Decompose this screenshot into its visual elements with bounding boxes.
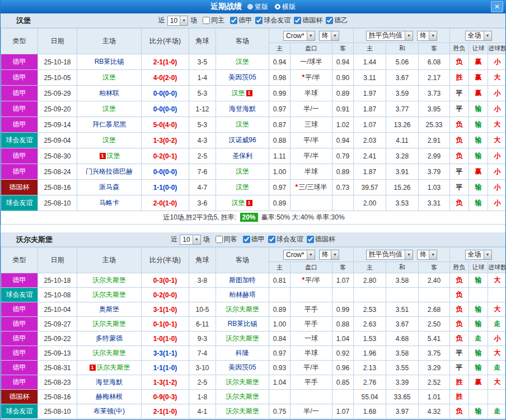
avg-home-cell: 2.76 bbox=[354, 375, 386, 390]
league-checkbox[interactable]: 德国杯 bbox=[294, 16, 322, 25]
checkbox-input[interactable] bbox=[294, 17, 301, 24]
away-team-cell: 沃尔夫斯堡 bbox=[216, 375, 269, 390]
away-team-name: 海登海默 bbox=[229, 105, 256, 113]
avg-home-cell: 2.63 bbox=[354, 317, 386, 332]
handicap-result-cell: 输 bbox=[469, 180, 488, 195]
match-type-cell: 德甲 bbox=[1, 346, 38, 361]
match-row: 德甲25-08-311沃尔夫斯堡1-1(1-0)3-10美因茨050.93平/半… bbox=[1, 361, 506, 375]
odds-home-cell: 1.00 bbox=[269, 164, 291, 180]
score-cell: 0-0(0-0) bbox=[142, 101, 189, 117]
avg-group-header: 胜平负均值▼ 终▼ bbox=[354, 29, 450, 43]
avg-away-cell: 2.99 bbox=[419, 148, 450, 164]
match-type-cell: 德甲 bbox=[1, 117, 38, 133]
scope-select[interactable]: 全场▼ bbox=[465, 31, 492, 41]
checkbox-input[interactable] bbox=[215, 236, 223, 243]
layout-option-horizontal[interactable]: 横版 bbox=[275, 2, 296, 12]
goals-result-cell: 大 bbox=[488, 117, 506, 133]
handicap-result-cell: 赢 bbox=[469, 86, 488, 101]
summary-cell: 近10场,胜2平3负5, 胜率: 20% 赢率:50% 大:40% 单率:30% bbox=[1, 211, 506, 225]
select-value: Crow* bbox=[286, 251, 304, 259]
away-team-cell: 柏林赫塔 bbox=[216, 288, 269, 302]
odds-home-cell: 0.97 bbox=[269, 346, 291, 361]
avg-draw-cell: 3.58 bbox=[386, 273, 419, 288]
home-team-name: 沃尔夫斯堡 bbox=[92, 349, 126, 357]
scope-group-header: 全场▼ bbox=[450, 248, 506, 262]
goals-result-cell: 小 bbox=[488, 180, 506, 195]
goals-result-cell: 小 bbox=[488, 148, 506, 164]
handicap-result-cell: 输 bbox=[469, 404, 488, 419]
col-header-score: 比分(半场) bbox=[142, 29, 189, 54]
handicap-line-cell: 平/半 bbox=[291, 148, 332, 164]
close-button[interactable]: ✕ bbox=[491, 1, 503, 12]
league-checkbox[interactable]: 德甲 bbox=[243, 235, 265, 244]
avg-type-select[interactable]: 胜平负均值▼ bbox=[366, 31, 413, 41]
score-cell: 2-0(1-0) bbox=[142, 195, 189, 211]
away-team-cell: 汉堡 bbox=[216, 117, 269, 133]
dialog-title: 近期战绩 bbox=[210, 2, 242, 12]
league-checkbox[interactable]: 球会友谊 bbox=[268, 235, 303, 244]
match-count-select[interactable]: 10▼ bbox=[180, 235, 200, 245]
match-type-cell: 德甲 bbox=[1, 332, 38, 346]
layout-option-vertical[interactable]: 竖版 bbox=[247, 2, 268, 12]
handicap-line-cell: 半球 bbox=[291, 86, 332, 101]
odds-home-cell bbox=[269, 390, 291, 404]
match-row: 德甲25-08-301汉堡0-2(0-1)2-5圣保利1.11平/半0.792.… bbox=[1, 148, 506, 164]
score-cell: 0-2(0-1) bbox=[142, 148, 189, 164]
score-cell: 0-2(0-0) bbox=[142, 288, 189, 302]
odds-stage-select[interactable]: 终▼ bbox=[319, 250, 339, 260]
checkbox-input[interactable] bbox=[203, 17, 210, 24]
select-value: 胜平负均值 bbox=[369, 250, 402, 259]
result-cell: 负 bbox=[450, 133, 469, 148]
match-row: 德甲25-09-27沃尔夫斯堡0-1(0-1)6-11RB莱比锡1.00平手0.… bbox=[1, 317, 506, 332]
checkbox-input[interactable] bbox=[255, 17, 263, 24]
corners-cell: 6-11 bbox=[189, 317, 216, 332]
select-value: 终 bbox=[322, 31, 329, 40]
checkbox-input[interactable] bbox=[307, 236, 314, 243]
odds-away-cell: 0.73 bbox=[332, 180, 354, 195]
sub-col-header: 胜负 bbox=[450, 43, 469, 54]
checkbox-input[interactable] bbox=[326, 17, 333, 24]
avg-group-header: 胜平负均值▼ 终▼ bbox=[354, 248, 450, 262]
result-cell: 负 bbox=[450, 332, 469, 346]
handicap-result-cell: 输 bbox=[469, 317, 488, 332]
home-team-name: 汉堡 bbox=[102, 73, 116, 81]
checkbox-label: 德甲 bbox=[251, 235, 265, 244]
red-card-badge: 1 bbox=[246, 200, 252, 206]
odds-company-select[interactable]: Crow*▼ bbox=[283, 250, 315, 260]
league-checkbox[interactable]: 德乙 bbox=[326, 16, 348, 25]
sub-col-header: 进球数 bbox=[488, 43, 506, 54]
same-venue-checkbox[interactable]: 同客 bbox=[215, 235, 237, 244]
avg-away-cell: 3.79 bbox=[419, 164, 450, 180]
handicap-result-cell bbox=[469, 390, 488, 404]
odds-stage-select[interactable]: 终▼ bbox=[319, 31, 339, 41]
league-checkbox[interactable]: 球会友谊 bbox=[255, 16, 291, 25]
scope-select[interactable]: 全场▼ bbox=[465, 250, 492, 260]
home-team-name: 海登海默 bbox=[96, 378, 123, 386]
away-team-cell: 汉诺威96 bbox=[216, 133, 269, 148]
red-card-badge: 1 bbox=[90, 365, 96, 371]
match-row: 球会友谊25-10-08沃尔夫斯堡0-2(0-0)柏林赫塔负 bbox=[1, 288, 506, 302]
same-venue-checkbox[interactable]: 同主 bbox=[203, 16, 224, 25]
home-team-cell: 拜仁慕尼黑 bbox=[77, 117, 142, 133]
date-cell: 25-09-14 bbox=[38, 117, 77, 133]
checkbox-input[interactable] bbox=[230, 17, 237, 24]
home-team-name: 奥斯堡 bbox=[99, 305, 119, 313]
league-checkbox[interactable]: 德国杯 bbox=[307, 235, 335, 244]
handicap-result-cell: 输 bbox=[469, 117, 488, 133]
league-checkbox[interactable]: 德甲 bbox=[230, 16, 252, 25]
away-team-name: 汉堡 bbox=[236, 183, 249, 191]
corners-cell: 7-6 bbox=[189, 164, 216, 180]
home-team-cell: 汉堡 bbox=[77, 133, 142, 148]
avg-stage-select[interactable]: 终▼ bbox=[417, 31, 437, 41]
sub-col-header: 胜负 bbox=[450, 262, 469, 273]
checkbox-input[interactable] bbox=[243, 236, 250, 243]
avg-stage-select[interactable]: 终▼ bbox=[417, 250, 437, 260]
checkbox-input[interactable] bbox=[268, 236, 275, 243]
avg-draw-cell: 3.55 bbox=[386, 361, 419, 375]
avg-type-select[interactable]: 胜平负均值▼ bbox=[366, 250, 413, 260]
odds-company-select[interactable]: Crow*▼ bbox=[283, 31, 315, 41]
match-count-select[interactable]: 10▼ bbox=[167, 16, 188, 26]
avg-away-cell: 3.73 bbox=[419, 86, 450, 101]
avg-away-cell bbox=[419, 288, 450, 302]
team-sections: 汉堡 近 10▼ 场 同主 德甲球会友谊德国杯德乙 类型 日期 主场 bbox=[1, 13, 505, 419]
